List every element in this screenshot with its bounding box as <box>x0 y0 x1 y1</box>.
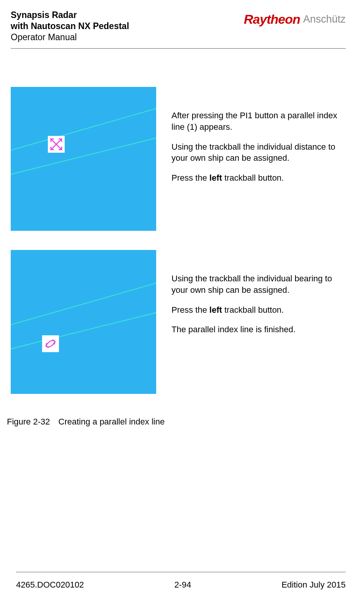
para-b2-prefix: Press the <box>171 305 209 315</box>
header-titles: Synapsis Radar with Nautoscan NX Pedesta… <box>11 10 129 42</box>
raytheon-logo: Raytheon <box>244 12 300 27</box>
para-3-prefix: Press the <box>171 173 209 183</box>
para-b2: Press the left trackball button. <box>171 304 346 316</box>
anschutz-logo: Anschütz <box>303 13 346 25</box>
content-row-1: After pressing the PI1 button a parallel… <box>11 87 346 231</box>
footer-page-num: 2-94 <box>174 580 191 590</box>
doc-type: Operator Manual <box>11 32 129 43</box>
page-footer: 4265.DOC020102 2-94 Edition July 2015 <box>16 572 346 609</box>
para-3-suffix: trackball button. <box>222 173 284 183</box>
figure-number: Figure 2-32 <box>7 417 50 426</box>
para-3: Press the left trackball button. <box>171 172 346 184</box>
instructions-2: Using the trackball the individual beari… <box>171 250 346 344</box>
product-title-2: with Nautoscan NX Pedestal <box>11 21 129 32</box>
move-cursor-icon <box>48 136 65 153</box>
para-2: Using the trackball the individual dista… <box>171 141 346 164</box>
radar-screenshot-2 <box>11 250 156 394</box>
instructions-1: After pressing the PI1 button a parallel… <box>171 87 346 192</box>
para-3-bold: left <box>209 173 222 183</box>
radar-screenshot-1 <box>11 87 156 231</box>
footer-doc-id: 4265.DOC020102 <box>16 580 84 590</box>
page-header: Synapsis Radar with Nautoscan NX Pedesta… <box>11 10 346 49</box>
brand-logo: Raytheon Anschütz <box>244 10 346 27</box>
figure-title: Creating a parallel index line <box>59 417 165 426</box>
para-b1: Using the trackball the individual beari… <box>171 273 346 296</box>
footer-edition: Edition July 2015 <box>281 580 346 590</box>
rotate-cursor-icon <box>42 335 59 352</box>
para-b2-bold: left <box>209 305 222 315</box>
content-row-2: Using the trackball the individual beari… <box>11 250 346 394</box>
para-b2-suffix: trackball button. <box>222 305 284 315</box>
product-title-1: Synapsis Radar <box>11 10 129 21</box>
figure-caption: Figure 2-32Creating a parallel index lin… <box>7 417 346 427</box>
para-1: After pressing the PI1 button a parallel… <box>171 110 346 132</box>
para-b3: The parallel index line is finished. <box>171 324 346 335</box>
